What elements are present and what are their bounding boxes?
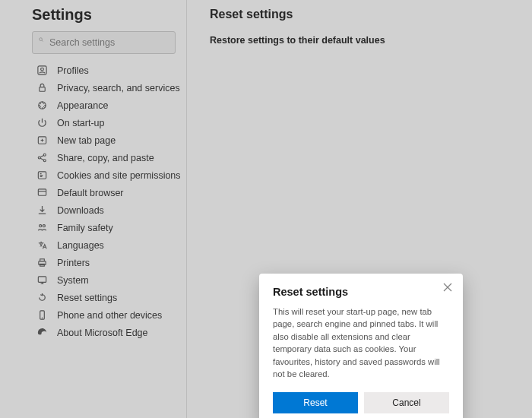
- sidebar-item-label: New tab page: [57, 135, 116, 146]
- svg-rect-15: [40, 259, 45, 261]
- cookies-icon: [36, 169, 48, 181]
- search-input[interactable]: [49, 37, 169, 48]
- svg-point-0: [40, 38, 43, 41]
- browser-icon: [36, 187, 48, 198]
- sidebar-item-appearance[interactable]: Appearance: [0, 97, 186, 114]
- sidebar-item-system[interactable]: System: [0, 271, 186, 289]
- sidebar-item-languages[interactable]: Languages: [0, 236, 186, 254]
- page-heading: Reset settings: [210, 8, 532, 21]
- sidebar-item-new-tab-page[interactable]: New tab page: [0, 131, 186, 149]
- restore-defaults-row[interactable]: Restore settings to their default values: [210, 35, 532, 46]
- download-icon: [36, 204, 48, 216]
- settings-sidebar: Settings ProfilesPrivacy, search, and se…: [0, 0, 186, 418]
- sidebar-item-label: Profiles: [57, 65, 89, 76]
- sidebar-item-label: Family safety: [57, 223, 113, 233]
- svg-rect-17: [38, 277, 46, 283]
- lock-icon: [36, 82, 48, 93]
- sidebar-item-about-microsoft-edge[interactable]: About Microsoft Edge: [0, 324, 186, 341]
- reset-icon: [36, 292, 48, 303]
- sidebar-item-label: Phone and other devices: [57, 310, 162, 321]
- sidebar-item-share-copy-and-paste[interactable]: Share, copy, and paste: [0, 149, 186, 166]
- sidebar-item-label: About Microsoft Edge: [57, 328, 148, 338]
- svg-point-19: [42, 318, 43, 318]
- system-icon: [36, 274, 48, 286]
- sidebar-item-reset-settings[interactable]: Reset settings: [0, 289, 186, 306]
- dialog-body: This will reset your start-up page, new …: [273, 306, 449, 380]
- appearance-icon: [36, 100, 48, 111]
- sidebar-item-on-start-up[interactable]: On start-up: [0, 114, 186, 131]
- sidebar-item-label: On start-up: [57, 118, 105, 128]
- reset-settings-dialog: Reset settings This will reset your star…: [259, 274, 463, 418]
- sidebar-item-label: Cookies and site permissions: [57, 170, 181, 181]
- search-icon: [39, 37, 43, 48]
- family-icon: [36, 222, 48, 233]
- cancel-button[interactable]: Cancel: [364, 392, 449, 413]
- svg-point-9: [43, 160, 46, 162]
- dialog-close-button[interactable]: [442, 281, 454, 293]
- sidebar-item-profiles[interactable]: Profiles: [0, 62, 186, 79]
- svg-point-8: [43, 154, 46, 156]
- sidebar-item-label: Appearance: [57, 100, 108, 111]
- sidebar-item-label: Share, copy, and paste: [57, 153, 154, 163]
- share-icon: [36, 152, 48, 163]
- search-settings-field[interactable]: [32, 31, 176, 54]
- newtab-icon: [36, 135, 48, 146]
- sidebar-item-label: Printers: [57, 258, 90, 268]
- sidebar-item-printers[interactable]: Printers: [0, 254, 186, 271]
- sidebar-item-label: Default browser: [57, 188, 124, 198]
- sidebar-item-downloads[interactable]: Downloads: [0, 201, 186, 219]
- settings-nav-list: ProfilesPrivacy, search, and servicesApp…: [0, 62, 186, 341]
- sidebar-item-privacy-search-and-services[interactable]: Privacy, search, and services: [0, 79, 186, 97]
- sidebar-item-label: Downloads: [57, 205, 104, 216]
- power-icon: [36, 117, 48, 128]
- sidebar-item-label: Privacy, search, and services: [57, 83, 180, 93]
- sidebar-item-cookies-and-site-permissions[interactable]: Cookies and site permissions: [0, 166, 186, 184]
- svg-point-12: [40, 225, 42, 227]
- sidebar-item-label: System: [57, 275, 89, 286]
- svg-point-13: [43, 225, 45, 227]
- svg-line-1: [42, 40, 43, 42]
- settings-title: Settings: [0, 6, 186, 31]
- svg-point-3: [41, 68, 44, 71]
- svg-point-7: [38, 157, 40, 159]
- language-icon: [36, 239, 48, 251]
- reset-button[interactable]: Reset: [273, 392, 358, 413]
- sidebar-item-default-browser[interactable]: Default browser: [0, 184, 186, 201]
- svg-rect-11: [38, 189, 46, 195]
- sidebar-item-phone-and-other-devices[interactable]: Phone and other devices: [0, 306, 186, 324]
- svg-rect-4: [40, 87, 46, 92]
- profile-icon: [36, 65, 48, 76]
- printer-icon: [36, 257, 48, 268]
- edge-icon: [36, 327, 48, 338]
- sidebar-item-family-safety[interactable]: Family safety: [0, 219, 186, 236]
- sidebar-item-label: Languages: [57, 240, 104, 251]
- sidebar-item-label: Reset settings: [57, 293, 117, 303]
- phone-icon: [36, 309, 48, 321]
- dialog-title: Reset settings: [273, 286, 449, 298]
